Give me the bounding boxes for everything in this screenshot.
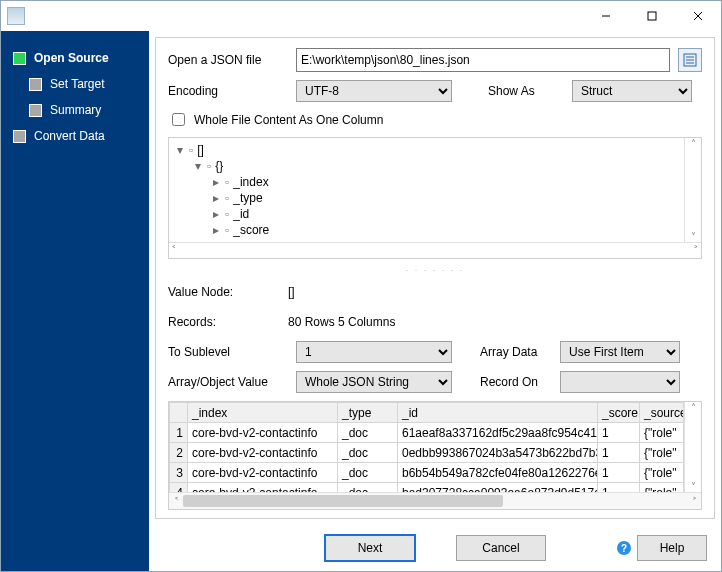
tree-object[interactable]: {} bbox=[215, 159, 223, 173]
grid-header[interactable]: _id bbox=[398, 403, 598, 423]
grid-horizontal-scrollbar[interactable]: ˂ ˃ bbox=[169, 492, 701, 509]
splitter-handle[interactable]: · · · · · · · bbox=[168, 267, 702, 273]
svg-rect-1 bbox=[648, 12, 656, 20]
show-as-label: Show As bbox=[488, 84, 564, 98]
array-data-select[interactable]: Use First Item bbox=[560, 341, 680, 363]
close-button[interactable] bbox=[675, 1, 721, 31]
whole-file-checkbox-row[interactable]: Whole File Content As One Column bbox=[168, 110, 702, 129]
tree-horizontal-scrollbar[interactable]: ˂˃ bbox=[169, 242, 701, 258]
step-convert-data[interactable]: Convert Data bbox=[1, 123, 149, 149]
tree-field[interactable]: _score bbox=[233, 223, 269, 237]
help-icon: ? bbox=[617, 541, 631, 555]
grid-header[interactable]: _type bbox=[338, 403, 398, 423]
encoding-select[interactable]: UTF-8 bbox=[296, 80, 452, 102]
tree-root[interactable]: [] bbox=[197, 143, 204, 157]
cancel-button[interactable]: Cancel bbox=[456, 535, 546, 561]
step-label: Summary bbox=[50, 103, 101, 117]
step-open-source[interactable]: Open Source bbox=[1, 45, 149, 71]
file-path-input[interactable] bbox=[296, 48, 670, 72]
records-value: 80 Rows 5 Columns bbox=[288, 315, 395, 329]
grid-header[interactable]: _index bbox=[188, 403, 338, 423]
browse-file-button[interactable] bbox=[678, 48, 702, 72]
help-button[interactable]: Help bbox=[637, 535, 707, 561]
array-object-value-select[interactable]: Whole JSON String bbox=[296, 371, 452, 393]
step-status-icon bbox=[13, 130, 26, 143]
app-icon bbox=[7, 7, 25, 25]
step-status-icon bbox=[29, 104, 42, 117]
step-label: Open Source bbox=[34, 51, 109, 65]
step-summary[interactable]: Summary bbox=[17, 97, 149, 123]
whole-file-label: Whole File Content As One Column bbox=[194, 113, 383, 127]
tree-field[interactable]: _index bbox=[233, 175, 268, 189]
step-label: Set Target bbox=[50, 77, 104, 91]
json-tree[interactable]: ▾▫[] ▾▫{} ▸▫_index ▸▫_type ▸▫_id ▸▫_scor… bbox=[168, 137, 702, 259]
step-set-target[interactable]: Set Target bbox=[17, 71, 149, 97]
preview-grid[interactable]: _index _type _id _score _source 1core-bv… bbox=[168, 401, 702, 510]
value-node-value: [] bbox=[288, 285, 295, 299]
titlebar bbox=[1, 1, 721, 31]
minimize-button[interactable] bbox=[583, 1, 629, 31]
tree-field[interactable]: _type bbox=[233, 191, 262, 205]
table-row[interactable]: 1core-bvd-v2-contactinfo_doc61aeaf8a3371… bbox=[170, 423, 684, 443]
to-sublevel-select[interactable]: 1 bbox=[296, 341, 452, 363]
maximize-button[interactable] bbox=[629, 1, 675, 31]
grid-vertical-scrollbar[interactable]: ˄˅ bbox=[684, 402, 701, 492]
to-sublevel-label: To Sublevel bbox=[168, 345, 296, 359]
table-row[interactable]: 2core-bvd-v2-contactinfo_doc0edbb9938670… bbox=[170, 443, 684, 463]
records-label: Records: bbox=[168, 315, 288, 329]
tree-vertical-scrollbar[interactable]: ˄˅ bbox=[684, 138, 701, 242]
table-row[interactable]: 3core-bvd-v2-contactinfo_docb6b54b549a78… bbox=[170, 463, 684, 483]
record-on-label: Record On bbox=[480, 375, 560, 389]
sidebar: Open Source Set Target Summary Convert D… bbox=[1, 31, 149, 571]
record-on-select[interactable] bbox=[560, 371, 680, 393]
next-button[interactable]: Next bbox=[324, 534, 416, 562]
encoding-label: Encoding bbox=[168, 84, 288, 98]
grid-header[interactable]: _score bbox=[598, 403, 640, 423]
whole-file-checkbox[interactable] bbox=[172, 113, 185, 126]
table-row[interactable]: 4core-bvd-v2-contactinfo_docbad307728cca… bbox=[170, 483, 684, 493]
scroll-thumb[interactable] bbox=[183, 495, 503, 507]
grid-header[interactable]: _source bbox=[640, 403, 684, 423]
tree-field[interactable]: _id bbox=[233, 207, 249, 221]
array-data-label: Array Data bbox=[480, 345, 560, 359]
value-node-label: Value Node: bbox=[168, 285, 288, 299]
step-status-icon bbox=[29, 78, 42, 91]
grid-header-row: _index _type _id _score _source bbox=[170, 403, 684, 423]
array-object-value-label: Array/Object Value bbox=[168, 375, 296, 389]
show-as-select[interactable]: Struct bbox=[572, 80, 692, 102]
step-label: Convert Data bbox=[34, 129, 105, 143]
open-file-label: Open a JSON file bbox=[168, 53, 288, 67]
step-status-icon bbox=[13, 52, 26, 65]
